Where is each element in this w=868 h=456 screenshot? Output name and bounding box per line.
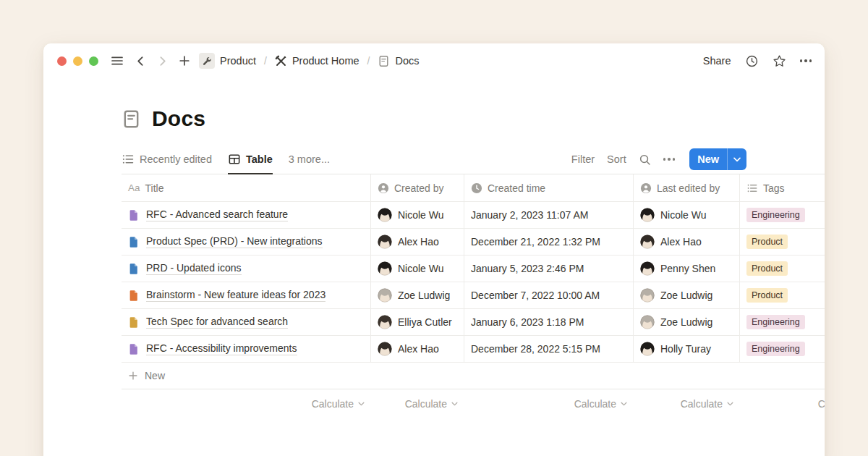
avatar: [378, 315, 392, 329]
view-options-icon[interactable]: [663, 158, 676, 161]
created-time-cell[interactable]: January 6, 2023 1:18 PM: [464, 309, 634, 336]
title-cell[interactable]: Product Spec (PRD) - New integrations: [122, 229, 371, 256]
back-icon[interactable]: [135, 56, 146, 67]
row-title[interactable]: PRD - Updated icons: [146, 262, 242, 275]
tab-table[interactable]: Table: [228, 145, 273, 174]
title-cell[interactable]: RFC - Advanced search feature: [122, 202, 371, 229]
person-name: Holly Turay: [660, 343, 711, 355]
tags-cell[interactable]: Engineering: [740, 336, 825, 363]
tags-cell[interactable]: Product: [740, 282, 825, 309]
page-icon: [128, 290, 140, 302]
view-tabs-bar: Recently edited Table 3 more... Filter S…: [122, 145, 746, 174]
created-by-cell[interactable]: Alex Hao: [371, 229, 464, 256]
sort-button[interactable]: Sort: [607, 153, 626, 165]
tag-pill[interactable]: Engineering: [746, 342, 805, 356]
created-by-cell[interactable]: Alex Hao: [371, 336, 464, 363]
breadcrumb-item-product[interactable]: Product: [199, 53, 256, 69]
created-time-cell[interactable]: January 2, 2023 11:07 AM: [464, 202, 634, 229]
chevron-down-icon: [451, 402, 458, 406]
row-title[interactable]: RFC - Advanced search feature: [146, 208, 288, 221]
share-button[interactable]: Share: [703, 55, 731, 67]
plus-icon: [128, 371, 138, 381]
chevron-down-icon: [621, 402, 627, 406]
page-doc-icon[interactable]: [122, 109, 141, 129]
calculate-button[interactable]: Calculate: [681, 398, 733, 410]
filter-button[interactable]: Filter: [571, 153, 595, 165]
title-cell[interactable]: Tech Spec for advanced search: [122, 309, 371, 336]
tab-more-views[interactable]: 3 more...: [289, 145, 330, 174]
tag-pill[interactable]: Product: [746, 235, 788, 249]
tag-pill[interactable]: Engineering: [746, 208, 805, 222]
breadcrumb-label: Product: [220, 55, 256, 67]
title-cell[interactable]: Brainstorm - New feature ideas for 2023: [122, 282, 371, 309]
row-title[interactable]: Brainstorm - New feature ideas for 2023: [146, 289, 326, 302]
tag-pill[interactable]: Product: [746, 288, 788, 303]
created-by-cell[interactable]: Zoe Ludwig: [371, 282, 464, 309]
sidebar-menu-icon[interactable]: [110, 54, 124, 68]
created-by-cell[interactable]: Nicole Wu: [371, 256, 464, 282]
last-edited-by-cell[interactable]: Holly Turay: [634, 336, 740, 363]
updates-clock-icon[interactable]: [745, 54, 759, 68]
minimize-window-button[interactable]: [73, 56, 82, 66]
avatar: [640, 208, 655, 222]
page-title[interactable]: Docs: [152, 106, 205, 131]
created-time-cell[interactable]: December 7, 2022 10:00 AM: [464, 282, 634, 309]
created-time: December 28, 2022 5:15 PM: [471, 343, 600, 355]
row-title[interactable]: Tech Spec for advanced search: [146, 316, 288, 329]
created-time-cell[interactable]: December 28, 2022 5:15 PM: [464, 336, 634, 363]
tag-pill[interactable]: Product: [746, 261, 788, 276]
tag-pill[interactable]: Engineering: [746, 315, 805, 329]
column-header-title[interactable]: Aa Title: [122, 174, 371, 202]
tags-cell[interactable]: Engineering: [740, 202, 825, 229]
title-cell[interactable]: RFC - Accessibility improvements: [122, 336, 371, 363]
breadcrumb-item-product-home[interactable]: Product Home: [275, 55, 359, 67]
last-edited-by-cell[interactable]: Nicole Wu: [634, 202, 740, 229]
column-header-last-edited-by[interactable]: Last edited by: [634, 174, 740, 202]
new-button-label[interactable]: New: [689, 148, 727, 170]
person-name: Zoe Ludwig: [660, 290, 712, 301]
column-header-created-time[interactable]: Created time: [464, 174, 634, 202]
last-edited-by-cell[interactable]: Penny Shen: [634, 256, 740, 282]
last-edited-by-cell[interactable]: Zoe Ludwig: [634, 309, 740, 336]
calculate-button[interactable]: Calculate: [574, 398, 627, 410]
calculate-button[interactable]: Calculate: [818, 398, 825, 410]
new-dropdown-chevron-icon[interactable]: [728, 148, 746, 170]
search-icon[interactable]: [639, 153, 651, 166]
created-by-cell[interactable]: Nicole Wu: [371, 202, 464, 229]
breadcrumb-item-docs[interactable]: Docs: [378, 55, 419, 67]
add-row-button[interactable]: New: [122, 363, 825, 389]
favorite-star-icon[interactable]: [773, 54, 786, 68]
zoom-window-button[interactable]: [89, 56, 98, 66]
doc-icon: [378, 55, 390, 67]
breadcrumb-label: Docs: [395, 55, 419, 67]
tab-recently-edited[interactable]: Recently edited: [122, 145, 212, 174]
column-header-tags[interactable]: Tags: [740, 174, 825, 202]
avatar: [378, 288, 392, 303]
page-icon: [128, 209, 140, 221]
created-time-cell[interactable]: January 5, 2023 2:46 PM: [464, 256, 634, 282]
avatar: [640, 235, 655, 249]
last-edited-by-cell[interactable]: Zoe Ludwig: [634, 282, 740, 309]
calculate-button[interactable]: Calculate: [405, 398, 458, 410]
last-edited-by-cell[interactable]: Alex Hao: [634, 229, 740, 256]
column-header-created-by[interactable]: Created by: [371, 174, 464, 202]
row-title[interactable]: RFC - Accessibility improvements: [146, 342, 297, 355]
more-options-icon[interactable]: [800, 59, 812, 62]
new-button[interactable]: New: [689, 148, 746, 170]
avatar: [640, 288, 655, 303]
calculate-button[interactable]: Calculate: [312, 398, 365, 410]
title-cell[interactable]: PRD - Updated icons: [122, 256, 371, 282]
footer-cell-tags: Calculate: [740, 389, 825, 418]
breadcrumb: Product / Product Home /: [199, 53, 420, 69]
tags-cell[interactable]: Product: [740, 256, 825, 282]
tags-cell[interactable]: Engineering: [740, 309, 825, 336]
add-page-icon[interactable]: [179, 55, 190, 67]
tab-label: Recently edited: [140, 153, 212, 165]
created-time-cell[interactable]: December 21, 2022 1:32 PM: [464, 229, 634, 256]
close-window-button[interactable]: [57, 56, 67, 66]
created-by-cell[interactable]: Elliya Cutler: [371, 309, 464, 336]
forward-icon[interactable]: [157, 56, 168, 67]
avatar: [640, 261, 655, 276]
row-title[interactable]: Product Spec (PRD) - New integrations: [146, 235, 323, 248]
tags-cell[interactable]: Product: [740, 229, 825, 256]
